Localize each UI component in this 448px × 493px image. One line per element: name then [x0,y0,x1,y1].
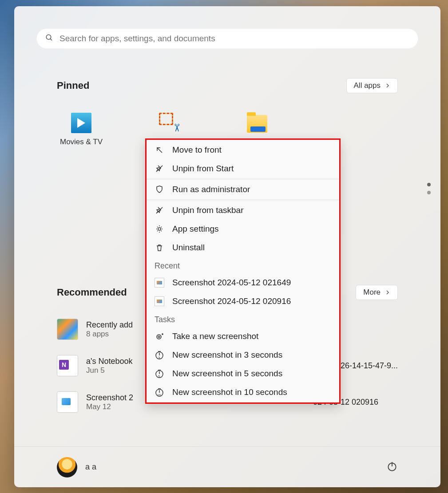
ctx-label: Uninstall [172,243,205,252]
ctx-task-screenshot-3s[interactable]: 3 New screenshot in 3 seconds [147,346,339,364]
ctx-label: New screenshot in 3 seconds [172,350,282,360]
ctx-uninstall[interactable]: Uninstall [147,238,339,257]
page-dot[interactable] [427,183,431,186]
ctx-label: Take a new screenshot [172,331,258,341]
file-icon [155,278,164,288]
svg-point-7 [158,228,161,230]
trash-icon [155,243,164,252]
gear-icon [155,224,164,234]
search-bar[interactable] [36,28,418,49]
snipping-tool-icon [159,113,179,133]
screenshot-file-icon [57,391,78,413]
ctx-run-as-administrator[interactable]: Run as administrator [147,180,339,199]
svg-point-8 [157,335,161,339]
page-dot[interactable] [427,191,431,194]
ctx-label: New screenshot in 10 seconds [172,387,287,397]
file-icon [155,296,164,306]
rec-title: Screenshot 2 [86,393,133,402]
more-label: More [363,288,381,297]
svg-line-4 [157,148,162,153]
ctx-task-screenshot-10s[interactable]: 10 New screenshot in 10 seconds [147,383,339,402]
ctx-move-to-front[interactable]: Move to front [147,141,339,159]
recommended-title: Recommended [57,287,127,298]
chevron-right-icon [385,83,390,88]
context-menu: Move to front Unpin from Start Run as ad… [145,138,341,404]
pinned-app-movies-tv[interactable]: Movies & TV [57,113,106,146]
arrow-up-left-icon [155,145,164,155]
page-indicator[interactable] [427,183,431,194]
chevron-right-icon [385,290,390,295]
ctx-label: Unpin from Start [172,164,234,174]
ctx-recent-item[interactable]: Screenshot 2024-05-12 021649 [147,273,339,292]
timer-10-icon: 10 [155,387,164,397]
rec-sub: May 12 [86,402,133,411]
user-account-button[interactable]: a a [57,457,96,477]
power-icon [386,461,398,472]
shield-icon [155,185,164,194]
onenote-icon [57,355,78,376]
all-apps-label: All apps [354,81,381,90]
ctx-tasks-header: Tasks [147,311,339,327]
start-footer: a a [14,446,440,487]
svg-text:3: 3 [158,356,160,360]
movies-tv-icon [71,113,91,133]
avatar [57,457,77,477]
more-button[interactable]: More [356,285,398,300]
svg-line-1 [50,39,52,40]
ctx-label: App settings [172,224,219,234]
ctx-label: Run as administrator [172,185,250,194]
svg-point-9 [158,336,160,338]
ctx-task-take-screenshot[interactable]: Take a new screenshot [147,327,339,346]
timer-3-icon: 3 [155,350,164,360]
ctx-label: Unpin from taskbar [172,205,244,215]
ctx-label: Screenshot 2024-05-12 020916 [172,296,291,306]
ctx-label: Screenshot 2024-05-12 021649 [172,278,291,288]
ctx-app-settings[interactable]: App settings [147,220,339,238]
svg-point-0 [46,35,51,39]
recently-added-icon [57,319,78,340]
svg-text:5: 5 [158,375,160,379]
separator [147,179,339,179]
ctx-label: New screenshot in 5 seconds [172,369,282,379]
ctx-task-screenshot-5s[interactable]: 5 New screenshot in 5 seconds [147,364,339,383]
ctx-unpin-from-start[interactable]: Unpin from Start [147,159,339,178]
power-button[interactable] [386,461,398,474]
username: a a [85,462,96,472]
timer-5-icon: 5 [155,369,164,379]
rec-sub: 8 apps [86,330,133,339]
rec-sub: Jun 5 [86,366,133,375]
file-explorer-icon [247,113,267,133]
svg-text:10: 10 [157,394,161,397]
search-icon [45,34,53,43]
pinned-label: Movies & TV [60,138,103,146]
separator [147,200,339,200]
ctx-recent-header: Recent [147,257,339,273]
rec-title: a's Notebook [86,357,133,366]
all-apps-button[interactable]: All apps [346,78,398,93]
ctx-recent-item[interactable]: Screenshot 2024-05-12 020916 [147,292,339,311]
camera-plus-icon [155,331,164,341]
unpin-icon [155,205,164,215]
unpin-icon [155,164,164,174]
ctx-label: Move to front [172,145,222,155]
ctx-unpin-from-taskbar[interactable]: Unpin from taskbar [147,201,339,220]
search-input[interactable] [59,34,409,43]
start-menu: Pinned All apps Movies & TV Snippi [14,6,440,487]
pinned-title: Pinned [57,80,89,91]
rec-title: Recently add [86,320,133,330]
